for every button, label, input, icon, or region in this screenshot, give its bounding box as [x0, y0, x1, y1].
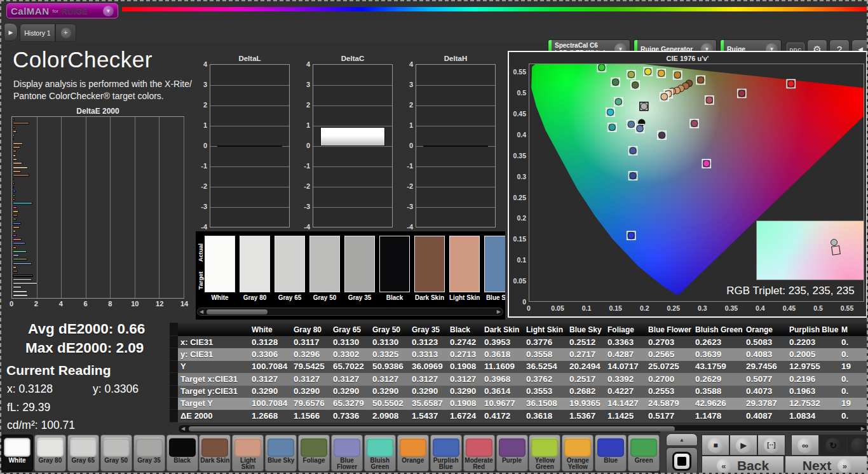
y-tick-label: 3: [192, 81, 207, 88]
y-tick-label: 4: [398, 60, 413, 68]
table-cell: x: CIE31: [178, 336, 249, 348]
cie-measured-point: [607, 109, 614, 116]
refresh-button[interactable]: ↻: [819, 435, 847, 456]
y-tick-label: -1: [398, 162, 413, 170]
gridline: [210, 166, 289, 167]
table-header-row: WhiteGray 80Gray 65Gray 50Gray 35BlackDa…: [170, 323, 868, 336]
patch-window-button[interactable]: [666, 447, 698, 474]
y-tick-label: 1: [192, 121, 207, 129]
cie-measured-point: [697, 77, 704, 84]
patch-button-blue-flower[interactable]: Blue Flower: [331, 435, 363, 471]
deltae-bar: [13, 202, 32, 205]
table-cell: 0.2629: [693, 373, 743, 385]
deltae-bar: [13, 290, 27, 293]
logo-for-text: for: [53, 8, 58, 14]
tab-history-1[interactable]: History 1: [20, 24, 55, 42]
patch-label: Blue Flower: [332, 457, 362, 471]
patch-button-orange-yellow[interactable]: Orange Yellow: [562, 435, 593, 471]
swatch-cell: [344, 236, 375, 292]
patch-button-blue-sky[interactable]: Blue Sky: [265, 435, 297, 471]
table-cell: 0.3618: [524, 410, 567, 422]
y-tick-label: 0.4: [509, 131, 526, 139]
patch-button-green[interactable]: Green: [628, 435, 660, 471]
patch-button-purple[interactable]: Purple: [496, 435, 528, 471]
table-cell: 0.3968: [482, 373, 524, 385]
scrollbar-thumb[interactable]: [189, 426, 675, 431]
y-tick-label: 0: [192, 142, 207, 149]
single-measure-button[interactable]: [··]: [757, 435, 785, 456]
table-cell: 0.2553: [646, 386, 693, 398]
x-tick-label: 14: [180, 300, 188, 308]
patch-button-gray-80[interactable]: Gray 80: [34, 435, 66, 471]
deltae-bar: [13, 218, 17, 220]
scroll-left-icon[interactable]: ◀: [200, 309, 203, 315]
x-tick-label: 4: [59, 300, 63, 308]
swatch-cell: [379, 236, 410, 292]
swatch-cell: [275, 236, 305, 292]
table-cell: 0.3127: [447, 373, 482, 385]
y-tick-label: -4: [398, 223, 413, 231]
y-tick-label: 0.1: [509, 256, 526, 264]
calman-app-window: CalMAN for RUIGE ▼ ▶ History 1 + Spectra…: [0, 0, 868, 474]
patch-button-purplish-blue[interactable]: Purplish Blue: [430, 435, 462, 471]
expand-controls-button[interactable]: ▲: [666, 433, 698, 446]
table-header-cell: [178, 323, 249, 336]
scroll-left-icon[interactable]: ◀: [3, 470, 6, 474]
swatch-strip-scrollbar[interactable]: ◀ ▶: [197, 308, 503, 316]
patch-button-moderate-red[interactable]: Moderate Red: [463, 435, 495, 471]
patch-button-dark-skin[interactable]: Dark Skin: [199, 435, 231, 471]
cie-measured-point: [738, 90, 745, 97]
continuous-measure-button[interactable]: ∞: [791, 435, 819, 456]
patch-button-foliage[interactable]: Foliage: [298, 435, 330, 471]
table-cell: 19: [839, 361, 864, 373]
table-cell: 12.7532: [787, 398, 839, 410]
status-circle-icon: [851, 438, 866, 453]
gridline: [313, 207, 392, 208]
scroll-left-icon[interactable]: ◀: [181, 426, 185, 432]
patch-button-yellow-green[interactable]: Yellow Green: [529, 435, 560, 471]
gridline: [210, 207, 289, 208]
add-tab-button[interactable]: +: [55, 24, 76, 42]
patch-button-white[interactable]: White: [1, 435, 33, 471]
table-cell: 0.2512: [567, 336, 605, 348]
y-tick-label: 0: [295, 142, 310, 149]
x-tick-label: 0.55: [838, 304, 856, 312]
patch-button-gray-35[interactable]: Gray 35: [133, 435, 165, 471]
patch-button-gray-65[interactable]: Gray 65: [67, 435, 99, 471]
gridline: [184, 117, 184, 298]
patch-label: Moderate Red: [464, 457, 494, 471]
next-button[interactable]: Next »: [785, 456, 868, 474]
table-row: Target y:CIE310.32900.32900.32900.32900.…: [170, 386, 868, 398]
patch-button-orange[interactable]: Orange: [397, 435, 429, 471]
play-measure-button[interactable]: ▶: [729, 435, 757, 456]
table-cell: 0.2717: [567, 348, 605, 360]
swatch-label: Dark Skin: [414, 294, 445, 301]
gridline: [313, 105, 392, 106]
table-cell: 0.4083: [743, 348, 787, 360]
patch-chip: [4, 438, 31, 457]
patch-button-gray-50[interactable]: Gray 50: [100, 435, 132, 471]
patch-chip: [564, 438, 591, 457]
patch-row-scrollbar[interactable]: ◀: [1, 471, 660, 474]
status-indicator-button[interactable]: [847, 435, 868, 456]
scrollbar-thumb[interactable]: [207, 309, 268, 315]
stop-measure-button[interactable]: ■: [702, 435, 729, 456]
back-button[interactable]: « Back: [702, 456, 784, 474]
patch-button-light-skin[interactable]: Light Skin: [232, 435, 264, 471]
y-tick-label: 0: [398, 142, 413, 149]
deltae-bar: [13, 182, 15, 185]
y-tick-label: -2: [192, 182, 207, 190]
cie-measured-point: [615, 98, 622, 105]
tab-scroll-left-button[interactable]: ▶: [4, 23, 18, 41]
patch-button-black[interactable]: Black: [166, 435, 198, 471]
scroll-right-icon[interactable]: ▶: [497, 309, 501, 315]
calman-logo-menu[interactable]: CalMAN for RUIGE ▼: [6, 3, 118, 18]
y-tick-label: -3: [192, 203, 207, 210]
patch-chip: [334, 438, 360, 457]
table-cell: 0.3392: [605, 373, 646, 385]
logo-caret-down-icon[interactable]: ▼: [103, 6, 114, 17]
patch-button-blue[interactable]: Blue: [595, 435, 627, 471]
table-header-cell: Light Skin: [524, 323, 567, 336]
table-row: y: CIE310.33060.32960.33020.33250.33130.…: [170, 348, 868, 360]
patch-button-bluish-green[interactable]: Bluish Green: [364, 435, 396, 471]
